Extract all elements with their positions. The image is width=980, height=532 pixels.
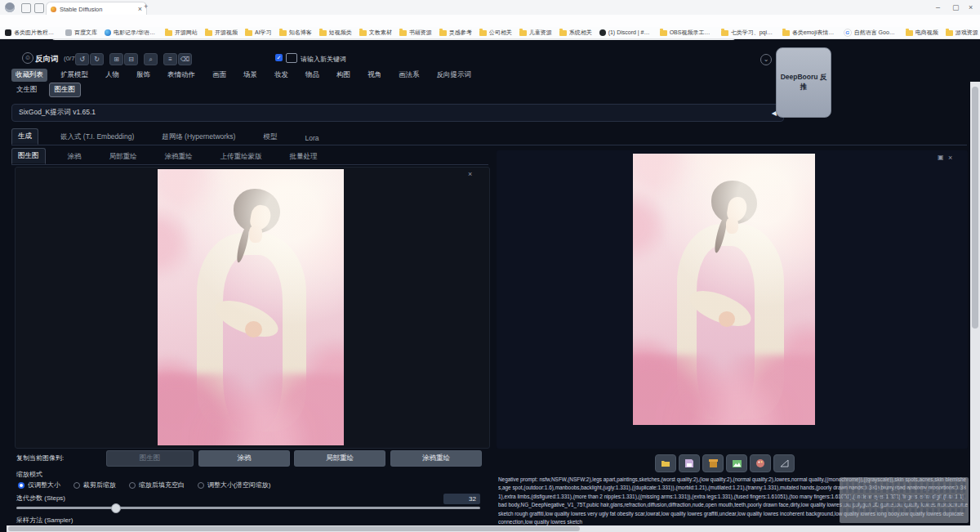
window-minimize-button[interactable]: – [936,3,940,11]
prompt-plugin-accordion[interactable]: SixGod_K提示词 v1.65.1 ◀ [11,104,784,122]
output-image[interactable] [633,154,815,425]
bookmark-item[interactable]: 百度文库 [65,29,97,37]
tab-clothing[interactable]: 服饰 [132,69,154,82]
radio-resize-fill[interactable]: 缩放后填充空白 [129,481,185,490]
bookmark-item[interactable]: 电商视频 [906,29,938,37]
bookmark-item[interactable]: 灵感参考 [439,29,472,37]
profile-avatar[interactable] [5,2,15,12]
tab-checkpoints[interactable]: 模型 [257,130,283,145]
tab-composition[interactable]: 构图 [332,69,354,82]
redo-icon[interactable]: ↻ [90,53,104,65]
tab-img2img[interactable]: 图生图 [11,148,46,164]
window-maximize-button[interactable]: ▢ [952,3,960,11]
tab-txt2img-mode[interactable]: 文生图 [11,83,42,96]
bookmark-item[interactable]: AI学习 [245,29,272,37]
tab-makeup-hair[interactable]: 妆发 [270,69,292,82]
tab-favorites-list[interactable]: 收藏列表 [11,69,47,82]
tab-scene[interactable]: 场景 [239,69,261,82]
gallery-close-icon[interactable]: × [948,154,952,162]
bookmark-item[interactable]: 七类学习、pqi空... [721,29,775,37]
remove-image-icon[interactable]: × [468,171,472,178]
copy-icon[interactable]: ⊟ [124,53,138,65]
ruler-button[interactable] [773,454,795,472]
bookmark-folder-icon [519,30,527,36]
workspaces-icon[interactable] [21,3,31,13]
bookmark-item[interactable]: G自然语言 Google... [844,29,898,37]
tab-negative-prompts[interactable]: 反向提示词 [433,69,476,82]
img2img-canvas[interactable]: × [15,167,490,449]
bookmark-item[interactable]: 系统相关 [559,29,592,37]
new-tab-button[interactable]: + [144,3,148,11]
save-icon[interactable]: ⊞ [109,53,123,65]
list-icon[interactable]: ≡ [163,53,177,65]
open-folder-button[interactable] [655,454,676,472]
bookmark-item[interactable]: 各类图片教程图Pol... [5,29,58,37]
tab-sketch[interactable]: 涂鸦 [62,150,87,164]
bookmark-item[interactable]: 开源网站 [165,29,198,37]
tab-generate[interactable]: 生成 [11,128,38,145]
bookmark-item[interactable]: 各类emoji表情符... [782,29,836,37]
window-close-button[interactable]: × [969,3,973,11]
bookmark-item[interactable]: 文教素材 [359,29,392,37]
save-zip-button[interactable] [702,454,724,472]
radio-just-resize[interactable]: 仅调整大小 [18,481,60,490]
copy-to-inpaint-sketch-button[interactable]: 涂鸦重绘 [390,450,482,467]
copy-to-sketch-button[interactable]: 涂鸦 [198,450,290,467]
input-image[interactable] [158,169,344,445]
copy-to-inpaint-button[interactable]: 局部重绘 [294,450,385,467]
tab-close-icon[interactable]: × [138,6,142,13]
undo-icon[interactable]: ↺ [75,53,89,65]
vertical-scrollbar-thumb[interactable] [972,87,978,329]
radio-crop-resize[interactable]: 裁剪后缩放 [74,481,116,490]
tab-art-style[interactable]: 画法系 [394,69,424,82]
tab-title: Stable Diffusion [60,6,135,13]
tab-inpaint-upload[interactable]: 上传重绘蒙版 [215,150,268,164]
bookmark-item[interactable]: 电影记录/华语电影... [105,29,158,37]
steps-slider-thumb[interactable] [111,503,121,513]
bookmark-item[interactable]: 短视频类 [319,29,352,37]
deepbooru-button[interactable]: DeepBooru 反推 [776,47,831,118]
bookmark-item[interactable]: OBS视频录工具三... [660,29,714,37]
browser-tab[interactable]: Stable Diffusion × [46,2,147,16]
new-keyword-checkbox[interactable]: ✓ [275,54,283,61]
tab-picture[interactable]: 画面 [208,69,230,82]
tab-lora[interactable]: Lora [299,132,324,145]
tab-perspective[interactable]: 视角 [363,69,385,82]
emoji-picker-icon[interactable]: ⌄ [760,54,772,65]
floppy-icon [685,459,693,467]
radio-latent-upscale[interactable]: 调整大小(潜空间缩放) [198,481,270,490]
gallery-expand-icon[interactable]: ▣ [938,154,944,161]
steps-value-input[interactable]: 32 [443,494,480,504]
tab-img2img-mode[interactable]: 图生图 [49,83,82,97]
bookmark-folder-icon [319,30,327,36]
horizontal-scrollbar-thumb[interactable] [8,526,580,531]
tab-embedding[interactable]: 嵌入式 (T.I. Embedding) [55,130,140,145]
delete-icon[interactable]: ⌫ [178,53,192,65]
tab-hypernetworks[interactable]: 超网络 (Hypernetworks) [156,130,241,145]
tab-extended-models[interactable]: 扩展模型 [56,69,92,82]
bookmark-item[interactable]: 书籍资源 [399,29,432,37]
save-image-button[interactable] [679,454,700,472]
radio-icon [74,482,80,489]
send-to-extras-button[interactable] [750,454,771,472]
bookmark-item[interactable]: (1) Discord | #AI绘... [599,29,653,37]
search-icon[interactable]: ⌕ [144,53,158,65]
tab-expressions[interactable]: 表情动作 [163,69,199,82]
tab-batch[interactable]: 批量处理 [284,150,323,164]
tab-characters[interactable]: 人物 [101,69,123,82]
bookmark-item[interactable]: 开源视频 [205,29,238,37]
send-to-image-button[interactable] [726,454,747,472]
bookmark-item[interactable]: 游戏资源 [946,29,978,37]
new-keyword-input[interactable] [286,53,297,63]
steps-label: 迭代步数 (Steps) [16,494,65,503]
tab-inpaint-sketch[interactable]: 涂鸦重绘 [159,150,198,164]
bookmark-item[interactable]: 公司相关 [479,29,512,37]
tab-actions-icon[interactable] [34,3,44,13]
bookmark-item[interactable]: 知名博客 [279,29,312,37]
tab-inpaint[interactable]: 局部重绘 [104,150,143,164]
steps-slider-track[interactable] [16,507,480,509]
emoji-icon[interactable]: ☺ [22,52,33,64]
tab-items[interactable]: 物品 [301,69,323,82]
output-gallery: ▣ × [497,150,968,449]
bookmark-item[interactable]: 儿童资源 [519,29,552,37]
